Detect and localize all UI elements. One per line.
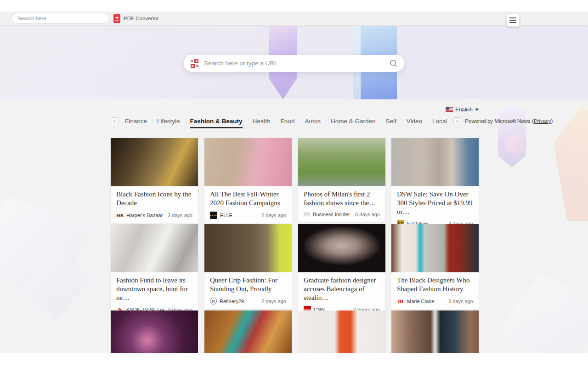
tab-self[interactable]: Self <box>385 114 396 128</box>
decor-lavender-prism <box>498 103 526 167</box>
tab-finance[interactable]: Finance <box>125 114 147 128</box>
article-title: Black Fashion Icons by the Decade <box>116 190 192 207</box>
marie-claire-logo-icon: m <box>397 298 404 305</box>
tab-home-garden[interactable]: Home & Garden <box>331 114 376 128</box>
main-search-input[interactable] <box>204 60 385 67</box>
article-card[interactable]: Graduate fashion designer accuses Balenc… <box>298 224 385 318</box>
search-icon[interactable] <box>390 59 398 68</box>
pdf-convertor-link[interactable]: ➜ PDF PDF Convertor <box>113 12 159 24</box>
business-insider-logo-icon <box>304 213 310 216</box>
article-source: Refinery29 <box>220 299 259 304</box>
pdf-file-icon: ➜ PDF <box>113 14 120 23</box>
elle-logo-icon: ELLE <box>210 212 217 219</box>
article-timestamp: 2 days ago <box>168 213 192 218</box>
article-card[interactable] <box>111 310 198 353</box>
decor-right-shape <box>496 274 588 353</box>
category-tabbar: « Finance Lifestyle Fashion & Beauty Hea… <box>111 114 479 128</box>
hamburger-icon <box>509 17 516 18</box>
tabs-scroll-right-button[interactable]: » <box>453 117 461 125</box>
article-image-sandals-legs <box>391 138 479 186</box>
harpers-bazaar-logo-icon: HB <box>116 212 124 219</box>
topbar-search-input[interactable] <box>11 13 109 23</box>
article-image-model-faces <box>391 310 479 353</box>
article-title: Photos of Milan's first 2 fashion shows … <box>304 190 380 207</box>
convertor-logo-icon <box>190 59 199 68</box>
article-timestamp: 2 days ago <box>261 299 286 304</box>
article-card[interactable]: Queer Crip Fashion: For Standing Out, Pr… <box>204 224 292 309</box>
article-image-pink-sunglasses <box>204 138 292 186</box>
decor-peach-cube <box>554 106 588 221</box>
article-card[interactable]: Photos of Milan's first 2 fashion shows … <box>298 138 385 222</box>
article-title: All The Best Fall-Winter 2020 Fashion Ca… <box>210 190 286 207</box>
hero-banner <box>0 26 588 99</box>
privacy-link[interactable]: Privacy <box>534 118 551 124</box>
article-timestamp: 3 days ago <box>448 299 473 304</box>
article-source: ELLE <box>220 213 259 218</box>
article-timestamp: 2 days ago <box>261 213 286 218</box>
tabs-scroll-left-button[interactable]: « <box>111 117 119 125</box>
article-card[interactable]: The Black Designers Who Shaped Fashion H… <box>391 224 479 310</box>
browser-topbar: ➜ PDF PDF Convertor <box>0 12 588 26</box>
article-image-supremes-stage <box>111 138 198 186</box>
arrow-right-icon: ➜ <box>115 16 119 19</box>
tab-lifestyle[interactable]: Lifestyle <box>157 114 180 128</box>
decor-pink-cube <box>505 134 526 155</box>
decor-left-shape-2 <box>18 251 92 320</box>
chevron-down-icon <box>475 109 479 111</box>
article-title: DSW Sale: Save On Over 300 Styles Priced… <box>397 190 473 216</box>
article-card[interactable]: Fashion Fund to leave its downtown space… <box>111 224 198 318</box>
tab-food[interactable]: Food <box>281 114 295 128</box>
us-flag-icon <box>446 107 453 112</box>
tab-autos[interactable]: Autos <box>305 114 321 128</box>
pdf-convertor-label: PDF Convertor <box>124 16 159 21</box>
article-card[interactable] <box>391 310 479 353</box>
article-card[interactable]: Black Fashion Icons by the Decade HB Har… <box>111 138 198 224</box>
article-image-designers-collage <box>391 224 479 272</box>
article-image-clothing-store <box>111 224 198 272</box>
article-image-wheelchair-door <box>204 224 292 272</box>
article-image-runway-headpiece <box>111 310 198 353</box>
article-image-red-carpet-nylon <box>298 310 385 353</box>
article-card[interactable]: DSW Sale: Save On Over 300 Styles Priced… <box>391 138 479 232</box>
article-source: Business Insider <box>313 212 352 217</box>
article-image-draped-garment <box>298 224 385 272</box>
tab-health[interactable]: Health <box>253 114 271 128</box>
powered-by-text: Powered by Microsoft News (Privacy) <box>465 118 553 124</box>
decor-left-shape <box>0 196 92 302</box>
category-tabs: Finance Lifestyle Fashion & Beauty Healt… <box>125 114 447 128</box>
language-selector[interactable]: English <box>111 107 479 112</box>
menu-button[interactable] <box>506 13 520 27</box>
article-title: Fashion Fund to leave its downtown space… <box>116 276 192 302</box>
refinery29-logo-icon: R <box>210 298 217 305</box>
article-timestamp: 5 days ago <box>355 212 380 217</box>
news-feed-section: English « Finance Lifestyle Fashion & Be… <box>0 99 588 353</box>
article-source: Harper's Bazaar <box>126 213 165 218</box>
article-card[interactable] <box>204 310 292 353</box>
pdf-badge-label: PDF <box>115 19 119 22</box>
article-image-craft-supplies <box>204 310 292 353</box>
language-label: English <box>455 107 473 112</box>
browser-viewport: ➜ PDF PDF Convertor <box>0 0 588 353</box>
article-card[interactable]: All The Best Fall-Winter 2020 Fashion Ca… <box>204 138 292 224</box>
main-search-bar[interactable] <box>184 55 404 72</box>
article-card[interactable] <box>298 310 385 353</box>
top-white-strip <box>0 0 588 12</box>
tab-fashion-beauty[interactable]: Fashion & Beauty <box>190 114 243 128</box>
article-image-milan-garden-show <box>298 138 385 186</box>
tab-local[interactable]: Local <box>432 114 447 128</box>
article-title: Graduate fashion designer accuses Balenc… <box>304 276 380 302</box>
screen: ➜ PDF PDF Convertor <box>0 0 588 368</box>
article-title: The Black Designers Who Shaped Fashion H… <box>397 276 473 293</box>
tab-video[interactable]: Video <box>407 114 422 128</box>
article-source: Marie Claire <box>407 299 446 304</box>
article-title: Queer Crip Fashion: For Standing Out, Pr… <box>210 276 286 293</box>
